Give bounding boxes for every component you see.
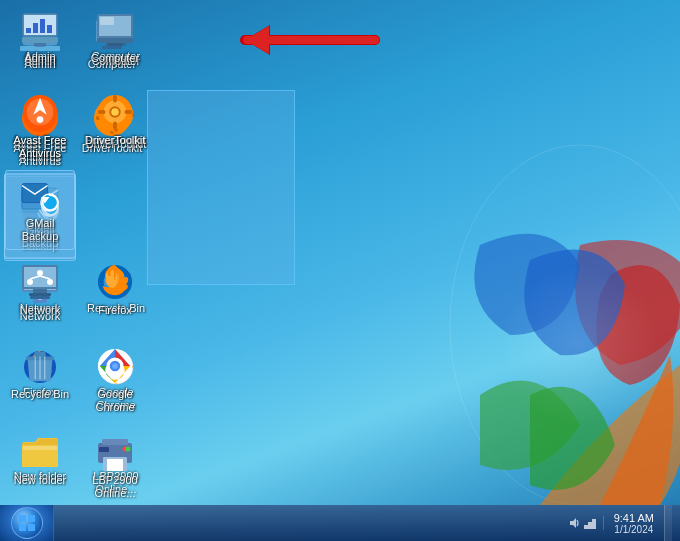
svg-rect-133 [125,110,133,114]
firefox-icon-svg [95,263,135,301]
svg-rect-116 [47,25,52,33]
svg-point-138 [37,270,43,276]
lbp2900-label: LBP2900 Online... [82,474,148,500]
svg-point-155 [112,363,118,369]
svg-rect-168 [19,515,26,522]
svg-rect-143 [33,289,47,293]
svg-rect-112 [34,43,46,46]
gmail-backup-icon-svg [20,176,60,214]
svg-rect-126 [108,43,122,46]
svg-rect-161 [99,447,109,452]
icon-google-chrome[interactable]: Google Chrome [80,342,150,422]
icon-network[interactable]: Network [5,258,75,338]
windows-logo-icon [18,514,36,532]
system-tray: 9:41 AM 1/1/2024 [561,505,680,541]
svg-rect-158 [102,439,128,445]
icon-gmail-backup[interactable]: GMail Backup [5,170,75,250]
svg-rect-174 [592,519,596,529]
start-orb [11,507,43,539]
svg-rect-127 [100,17,114,25]
svg-rect-111 [22,37,58,43]
clock[interactable]: 9:41 AM 1/1/2024 [608,512,660,535]
svg-rect-170 [19,524,26,531]
admin-label: Admin [24,52,55,65]
avast-label: Avast Free Antivirus [7,134,73,160]
svg-point-139 [27,279,33,285]
computer-icon-svg [95,11,135,49]
svg-rect-114 [33,23,38,33]
recycle-bin-icon-svg [20,347,60,385]
svg-point-140 [47,279,53,285]
network-tray-icon [583,516,597,530]
tray-icons [561,516,604,530]
icon-driver-toolkit[interactable]: DriverToolkit [80,88,150,168]
svg-point-163 [126,447,131,452]
svg-rect-131 [113,122,117,130]
gmail-backup-label: GMail Backup [7,217,73,243]
svg-rect-173 [588,522,592,529]
icon-firefox[interactable]: Firefox [80,258,150,338]
firefox-label: Firefox [98,304,132,317]
svg-rect-172 [584,525,588,529]
google-chrome-icon-svg [95,347,135,385]
icon-control-panel[interactable] [5,430,75,510]
icon-avast-antivirus[interactable]: Avast Free Antivirus [5,88,75,168]
lbp2900-icon-svg [95,433,135,471]
svg-rect-132 [98,110,106,114]
admin-icon-svg [20,11,60,49]
svg-rect-169 [28,515,35,522]
google-chrome-label: Google Chrome [82,388,148,414]
svg-rect-144 [29,293,51,296]
svg-rect-125 [97,38,133,43]
svg-rect-113 [26,28,31,33]
icon-recycle-bin[interactable]: Recycle Bin [5,342,75,422]
icon-lbp2900[interactable]: LBP2900 Online... [80,428,150,508]
icon-admin[interactable]: Admin [5,6,75,86]
svg-rect-171 [28,524,35,531]
svg-point-135 [111,108,119,116]
driver-toolkit-icon-svg [95,93,135,131]
network-icon-svg [20,263,60,301]
volume-icon [567,516,581,530]
taskbar: 9:41 AM 1/1/2024 [0,505,680,541]
recycle-bin-label: Recycle Bin [11,388,69,401]
time-display: 9:41 AM [614,512,654,524]
show-desktop-button[interactable] [664,505,672,541]
computer-label: Computer [91,52,139,65]
icon-computer[interactable]: Computer [80,6,150,86]
driver-toolkit-label: DriverToolkit [85,134,146,147]
svg-rect-115 [40,19,45,33]
svg-rect-160 [107,459,123,471]
avast-icon-svg [20,93,60,131]
svg-rect-130 [113,95,117,103]
network-label: Network [20,304,60,317]
svg-point-119 [37,116,44,123]
start-button[interactable] [0,505,54,541]
date-display: 1/1/2024 [614,524,654,535]
